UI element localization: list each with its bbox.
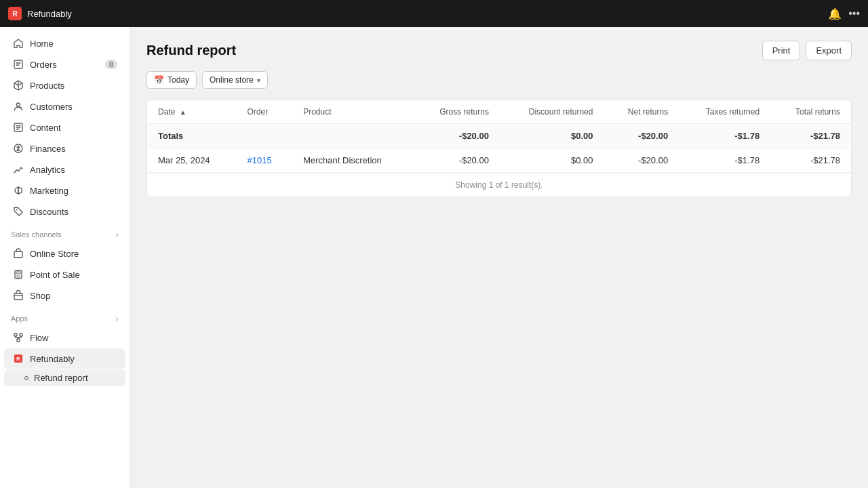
sidebar-label-shop: Shop [30,291,50,301]
page-title: Refund report [146,43,236,58]
more-options-icon[interactable]: ••• [848,7,860,20]
apps-expand-icon[interactable]: › [115,313,119,324]
sidebar-item-marketing[interactable]: Marketing [4,180,125,201]
svg-point-1 [17,103,20,106]
col-discount-returned: Discount returned [500,100,604,124]
marketing-icon [12,184,24,197]
row-date: Mar 25, 2024 [147,148,237,173]
report-table-card: Date ▲ Order Product Gross returns Disco… [146,100,852,197]
svg-point-9 [18,275,18,276]
svg-point-11 [16,277,17,277]
sidebar-item-content[interactable]: Content [4,117,125,138]
svg-point-13 [19,277,20,277]
report-table: Date ▲ Order Product Gross returns Disco… [147,100,851,173]
online-store-icon [12,247,24,260]
svg-rect-14 [14,293,22,300]
svg-text:R: R [16,356,20,362]
sidebar-item-orders[interactable]: Orders 8 [4,54,125,75]
store-label: Online store [210,75,254,85]
sidebar-label-customers: Customers [30,102,73,112]
products-icon [12,79,24,92]
svg-rect-7 [16,272,20,274]
sidebar-item-flow[interactable]: Flow [4,327,125,348]
row-discount-returned: $0.00 [500,148,604,173]
flow-icon [12,331,24,344]
sales-channels-section: Sales channels › [0,222,130,243]
table-header: Date ▲ Order Product Gross returns Disco… [147,100,851,124]
svg-rect-0 [14,60,22,68]
svg-rect-16 [20,333,22,336]
sidebar-item-refundably[interactable]: R Refundably [4,348,125,369]
orders-icon [12,58,24,70]
sidebar-label-content: Content [30,123,61,133]
shop-icon [12,289,24,302]
row-product: Merchant Discretion [292,148,414,173]
row-gross-returns: -$20.00 [414,148,500,173]
totals-total-returns: -$21.78 [770,124,851,148]
sidebar-label-refundably: Refundably [30,354,75,364]
svg-rect-17 [17,339,20,342]
sidebar-item-products[interactable]: Products [4,75,125,96]
col-date[interactable]: Date ▲ [147,100,237,124]
filters: 📅 Today Online store ▾ [146,71,852,89]
sidebar-label-products: Products [30,81,64,91]
print-button[interactable]: Print [762,41,801,60]
totals-label: Totals [147,124,237,148]
sidebar-item-shop[interactable]: Shop [4,285,125,306]
content-icon [12,121,24,134]
row-taxes-returned: -$1.78 [679,148,770,173]
order-link[interactable]: #1015 [248,155,272,165]
sidebar-subitem-refund-report[interactable]: Refund report [4,369,125,386]
sidebar-item-pos[interactable]: Point of Sale [4,264,125,285]
sidebar-label-marketing: Marketing [30,186,68,196]
svg-point-10 [19,275,20,276]
discounts-icon [12,205,24,218]
sidebar-label-orders: Orders [30,60,57,70]
sales-channels-expand-icon[interactable]: › [115,229,119,240]
sort-icon: ▲ [180,108,186,116]
sidebar-item-analytics[interactable]: Analytics [4,159,125,180]
apps-label: Apps [11,314,28,323]
col-gross-returns: Gross returns [414,100,500,124]
app-icon: R [8,7,22,20]
sidebar-label-analytics: Analytics [30,165,65,175]
page-header: Refund report Print Export [146,41,852,60]
sidebar-item-customers[interactable]: Customers [4,96,125,117]
svg-point-8 [16,275,17,276]
refundably-icon: R [12,352,24,365]
header-actions: Print Export [762,41,852,60]
calendar-icon: 📅 [154,75,164,85]
svg-point-12 [18,277,18,277]
pos-icon [12,268,24,281]
totals-net-returns: -$20.00 [604,124,679,148]
sidebar-label-finances: Finances [30,144,66,154]
orders-badge: 8 [105,60,117,69]
col-order: Order [237,100,293,124]
sidebar-label-refund-report: Refund report [34,373,88,383]
store-filter[interactable]: Online store ▾ [202,71,268,89]
totals-taxes-returned: -$1.78 [679,124,770,148]
chevron-down-icon: ▾ [257,77,260,84]
sidebar-item-home[interactable]: Home [4,33,125,54]
sidebar-item-online-store[interactable]: Online Store [4,243,125,264]
today-filter[interactable]: 📅 Today [146,71,197,89]
col-taxes-returned: Taxes returned [679,100,770,124]
row-order[interactable]: #1015 [237,148,293,173]
col-total-returns: Total returns [770,100,851,124]
col-product: Product [292,100,414,124]
col-net-returns: Net returns [604,100,679,124]
today-label: Today [167,75,189,85]
home-icon [12,37,24,49]
sidebar-item-finances[interactable]: Finances [4,138,125,159]
analytics-icon [12,163,24,176]
export-button[interactable]: Export [806,41,852,60]
svg-rect-15 [14,333,17,336]
sidebar-item-discounts[interactable]: Discounts [4,201,125,222]
notification-icon[interactable]: 🔔 [828,7,842,20]
table-row: Mar 25, 2024 #1015 Merchant Discretion -… [147,148,851,173]
row-total-returns: -$21.78 [770,148,851,173]
totals-order [237,124,293,148]
sidebar: Home Orders 8 Products Customers C [0,27,130,488]
svg-point-4 [16,209,18,211]
subitem-dot-icon [24,376,28,380]
